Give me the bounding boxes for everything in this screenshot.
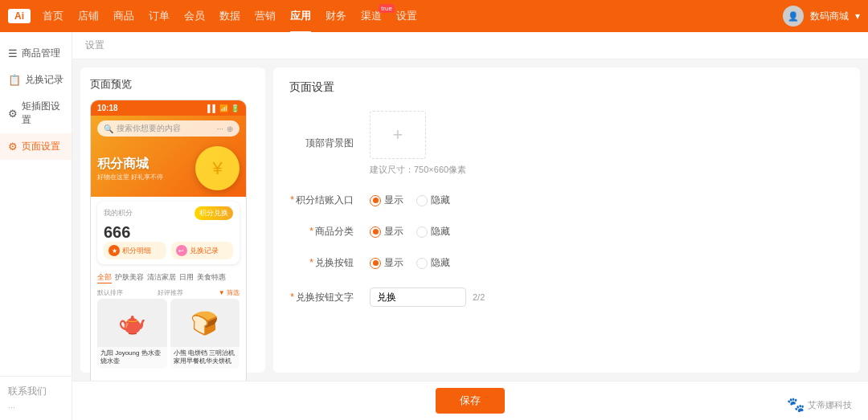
contact-us-label: 联系我们 — [8, 385, 63, 398]
phone-points-section: 我的积分 积分兑换 666 ★ 积分明细 ↩ — [97, 202, 240, 264]
nav-item-app[interactable]: 应用 — [290, 9, 311, 23]
filter-btn[interactable]: ▼ 筛选 — [219, 288, 240, 297]
exchange-btn-show[interactable]: 显示 — [370, 256, 403, 270]
phone-products: 🫖 九阳 Joyoung 热水壶烧水壶 🍞 小熊 电饼铛 三明治机家用早餐机华夫… — [97, 299, 240, 369]
setting-label-goods-category: *商品分类 — [289, 225, 354, 239]
points-entry-radio-group: 显示 隐藏 — [370, 194, 450, 207]
nav-items: 首页 店铺 商品 订单 会员 数据 营销 应用 财务 渠道 true 设置 — [43, 9, 417, 23]
contact-info: ··· — [8, 402, 63, 412]
save-button[interactable]: 保存 — [436, 388, 505, 414]
user-label: 数码商城 — [810, 10, 849, 23]
nav-item-data[interactable]: 数据 — [219, 9, 240, 23]
required-mark: * — [290, 194, 294, 206]
nav-item-home[interactable]: 首页 — [43, 9, 63, 23]
phone-search-extras: ··· ⊕ — [217, 124, 233, 133]
cat-daily[interactable]: 日用 — [179, 272, 194, 283]
product-img-1: 🫖 — [97, 299, 167, 347]
nav-item-channel[interactable]: 渠道 true — [361, 9, 382, 23]
top-nav-right: 👤 数码商城 ▾ — [783, 6, 860, 27]
bottom-bar: 保存 🐾 艾蒂娜科技 — [72, 381, 868, 420]
sidebar: ☰ 商品管理 📋 兑换记录 ⚙ 矩插图设置 ⚙ 页面设置 联系我们 ··· — [0, 32, 72, 420]
exchange-btn-radio-group: 显示 隐藏 — [370, 256, 450, 270]
points-exchange-btn[interactable]: 积分兑换 — [194, 206, 233, 220]
nav-item-settings[interactable]: 设置 — [396, 9, 417, 23]
exchange-btn-hide[interactable]: 隐藏 — [416, 256, 450, 270]
preview-panel: 页面预览 10:18 ▌▌ 📶 🔋 🔍 搜索你想要的内容 — [80, 67, 265, 373]
banner-subtitle: 好物在这里 好礼享不停 — [97, 173, 163, 181]
top-nav: Ai 首页 店铺 商品 订单 会员 数据 营销 应用 财务 渠道 true 设置… — [0, 0, 868, 32]
phone-body: 我的积分 积分兑换 666 ★ 积分明细 ↩ — [91, 197, 246, 373]
cat-home[interactable]: 清洁家居 — [147, 272, 176, 283]
user-avatar: 👤 — [783, 6, 804, 27]
phone-coin: ¥ — [195, 146, 240, 190]
main-layout: ☰ 商品管理 📋 兑换记录 ⚙ 矩插图设置 ⚙ 页面设置 联系我们 ··· 设置… — [0, 32, 868, 420]
sidebar-item-page-settings[interactable]: ⚙ 页面设置 — [0, 133, 72, 160]
cat-skincare[interactable]: 护肤美容 — [115, 272, 144, 283]
radio-hide[interactable] — [416, 195, 428, 206]
radio-exch-hide[interactable] — [416, 258, 428, 269]
radio-show-checked[interactable] — [370, 195, 381, 206]
radio-cat-show-checked[interactable] — [370, 226, 381, 238]
page-settings-icon: ⚙ — [8, 141, 18, 153]
cat-food[interactable]: 美食特惠 — [197, 272, 226, 283]
nav-item-goods[interactable]: 商品 — [113, 9, 134, 23]
radio-cat-hide[interactable] — [416, 226, 428, 238]
user-dropdown-icon[interactable]: ▾ — [855, 10, 860, 22]
radio-exch-show-checked[interactable] — [370, 258, 381, 269]
product-img-2: 🍞 — [170, 299, 240, 347]
required-mark-3: * — [309, 257, 313, 268]
sort-default[interactable]: 默认排序 — [97, 288, 123, 297]
banner-upload-area: + 建议尺寸：750×660像素 — [370, 111, 466, 176]
settings-title: 页面设置 — [289, 80, 844, 95]
points-entry-hide[interactable]: 隐藏 — [416, 194, 450, 207]
product-card-2[interactable]: 🍞 小熊 电饼铛 三明治机家用早餐机华夫饼机 — [170, 299, 240, 369]
phone-mockup: 10:18 ▌▌ 📶 🔋 🔍 搜索你想要的内容 ··· ⊕ — [90, 100, 247, 381]
phone-sort-row: 默认排序 好评推荐 ▼ 筛选 — [97, 287, 240, 299]
goods-category-hide[interactable]: 隐藏 — [416, 225, 450, 239]
settings-panel: 页面设置 顶部背景图 + 建议尺寸：750×660像素 *积分结账入口 — [273, 67, 860, 373]
phone-banner-text: 积分商城 好物在这里 好礼享不停 — [97, 156, 163, 181]
setting-row-goods-category: *商品分类 显示 隐藏 — [289, 225, 844, 239]
required-mark-4: * — [290, 292, 294, 303]
exchange-record-icon: 📋 — [8, 74, 21, 86]
goods-category-radio-group: 显示 隐藏 — [370, 225, 450, 239]
nav-item-order[interactable]: 订单 — [149, 9, 170, 23]
phone-icons: ▌▌ 📶 🔋 — [207, 104, 240, 112]
phone-btn-points-detail[interactable]: ★ 积分明细 — [104, 242, 166, 259]
cat-all[interactable]: 全部 — [97, 272, 112, 283]
phone-btn2-label: 兑换记录 — [190, 246, 219, 256]
product-info-1: 九阳 Joyoung 热水壶烧水壶 — [97, 347, 167, 369]
phone-status-bar: 10:18 ▌▌ 📶 🔋 — [91, 100, 246, 116]
nav-item-store[interactable]: 店铺 — [78, 9, 99, 23]
breadcrumb: 设置 — [72, 32, 868, 59]
watermark-text: 艾蒂娜科技 — [808, 399, 852, 411]
points-value: 666 — [104, 223, 233, 242]
goods-category-show[interactable]: 显示 — [370, 225, 403, 239]
sidebar-item-exchange-record[interactable]: 📋 兑换记录 — [0, 67, 72, 93]
sidebar-item-goods-mgmt[interactable]: ☰ 商品管理 — [0, 40, 72, 67]
upload-btn[interactable]: + — [370, 111, 426, 159]
preview-title: 页面预览 — [90, 77, 256, 92]
product-name-1: 九阳 Joyoung 热水壶烧水壶 — [100, 349, 164, 366]
upload-hint: 建议尺寸：750×660像素 — [370, 164, 466, 176]
product-card-1[interactable]: 🫖 九阳 Joyoung 热水壶烧水壶 — [97, 299, 167, 369]
phone-banner-content: 积分商城 好物在这里 好礼享不停 ¥ — [97, 140, 240, 190]
phone-btn-exchange-record[interactable]: ↩ 兑换记录 — [171, 242, 234, 259]
phone-search[interactable]: 🔍 搜索你想要的内容 ··· ⊕ — [97, 120, 240, 137]
product-name-2: 小熊 电饼铛 三明治机家用早餐机华夫饼机 — [174, 349, 237, 366]
setting-label-exchange-btn-text: *兑换按钮文字 — [289, 291, 354, 304]
sidebar-item-shortcut-settings[interactable]: ⚙ 矩插图设置 — [0, 93, 72, 133]
nav-item-finance[interactable]: 财务 — [326, 9, 346, 23]
sort-recommend[interactable]: 好评推荐 — [158, 288, 183, 297]
points-detail-icon: ★ — [108, 245, 120, 256]
nav-item-marketing[interactable]: 营销 — [255, 9, 276, 23]
setting-label-exchange-btn: *兑换按钮 — [289, 256, 354, 270]
points-entry-show[interactable]: 显示 — [370, 194, 403, 207]
main-content: 页面预览 10:18 ▌▌ 📶 🔋 🔍 搜索你想要的内容 — [72, 59, 868, 381]
phone-banner: 🔍 搜索你想要的内容 ··· ⊕ 积分商城 好物在这里 好礼享不停 — [91, 116, 246, 197]
exchange-btn-text-input[interactable] — [370, 287, 466, 307]
phone-time: 10:18 — [97, 104, 118, 112]
points-row: 我的积分 积分兑换 — [104, 206, 233, 220]
nav-item-member[interactable]: 会员 — [184, 9, 205, 23]
required-mark-2: * — [309, 226, 313, 237]
